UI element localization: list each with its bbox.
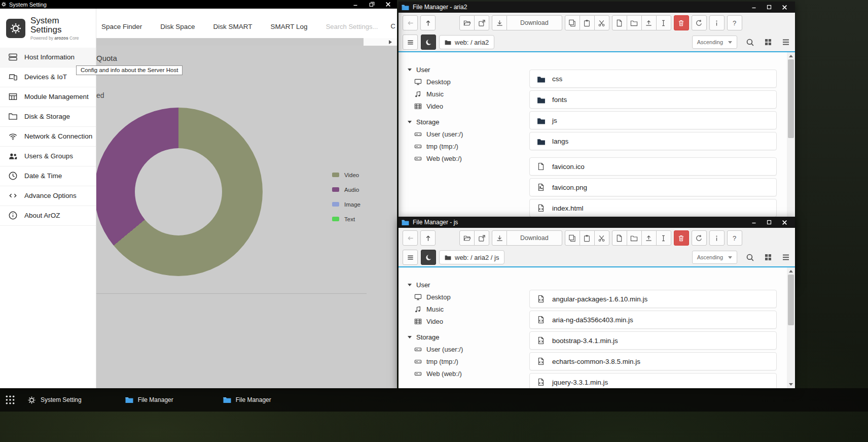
- scroll-up-arrow-icon[interactable]: [789, 270, 793, 273]
- system-setting-titlebar[interactable]: System Setting: [0, 0, 397, 9]
- breadcrumb[interactable]: web: / aria2: [439, 35, 494, 49]
- file-item-code[interactable]: jquery-3.3.1.min.js: [529, 373, 777, 388]
- tab-smart-log[interactable]: SMART Log: [264, 23, 315, 30]
- sort-select[interactable]: Ascending: [692, 251, 737, 264]
- file-item-code[interactable]: echarts-common-3.8.5.min.js: [529, 352, 777, 370]
- copy-icon[interactable]: [565, 15, 580, 30]
- tree-root-user[interactable]: User: [408, 63, 529, 76]
- tree-root-storage[interactable]: Storage: [408, 116, 529, 128]
- open-folder-button[interactable]: [459, 230, 475, 246]
- search-button[interactable]: [745, 37, 755, 48]
- download-icon-button[interactable]: [492, 230, 507, 246]
- darkmode-button[interactable]: [421, 35, 436, 50]
- back-button[interactable]: [403, 230, 418, 246]
- paste-icon[interactable]: [580, 15, 595, 30]
- file-item-file[interactable]: favicon.ico: [529, 157, 777, 176]
- copy-icon[interactable]: [565, 230, 580, 246]
- new-folder-button[interactable]: [627, 15, 642, 30]
- restore-button[interactable]: [364, 0, 380, 9]
- sidebar-item-module-management[interactable]: Module Management: [0, 87, 96, 107]
- help-button[interactable]: ?: [727, 15, 742, 30]
- scroll-right-arrow-icon[interactable]: [389, 40, 392, 44]
- tree-item-web-drive[interactable]: Web (web:/): [408, 367, 529, 380]
- scroll-down-arrow-icon[interactable]: [789, 383, 793, 386]
- taskbar-item-file-manager-1[interactable]: File Manager: [125, 396, 173, 403]
- close-button[interactable]: [777, 2, 792, 13]
- file-item-code[interactable]: index.html: [529, 199, 777, 217]
- minimize-button[interactable]: [746, 217, 762, 228]
- back-button[interactable]: [403, 15, 418, 30]
- help-button[interactable]: ?: [727, 230, 742, 246]
- minimize-button[interactable]: [347, 0, 364, 9]
- tree-item-desktop[interactable]: Desktop: [408, 76, 529, 88]
- scroll-up-arrow-icon[interactable]: [789, 55, 793, 57]
- tab-disk-space[interactable]: Disk Space: [153, 23, 202, 30]
- open-in-new-button[interactable]: [474, 15, 489, 30]
- tree-item-user-drive[interactable]: User (user:/): [408, 128, 529, 140]
- grid-view-button[interactable]: [763, 37, 773, 47]
- tree-item-desktop[interactable]: Desktop: [408, 291, 529, 303]
- delete-button[interactable]: [674, 230, 689, 246]
- up-button[interactable]: [420, 15, 436, 30]
- minimize-button[interactable]: [746, 2, 762, 13]
- cut-icon[interactable]: [594, 230, 609, 246]
- tab-disk-smart[interactable]: Disk SMART: [206, 23, 260, 30]
- darkmode-button[interactable]: [421, 250, 436, 265]
- file-item-image[interactable]: favicon.png: [529, 178, 777, 196]
- tree-item-video[interactable]: Video: [408, 315, 529, 327]
- sort-select[interactable]: Ascending: [692, 36, 737, 49]
- download-icon-button[interactable]: [492, 15, 507, 30]
- file-item-folder[interactable]: css: [529, 70, 777, 88]
- rename-button[interactable]: [656, 15, 671, 30]
- tree-item-music[interactable]: Music: [408, 88, 529, 100]
- sidebar-item-users-groups[interactable]: Users & Groups: [0, 147, 96, 166]
- sidebar-item-disk-storage[interactable]: Disk & Storage: [0, 107, 96, 127]
- app-launcher-button[interactable]: [5, 395, 15, 405]
- file-item-code[interactable]: aria-ng-da5356c403.min.js: [529, 311, 777, 329]
- search-button[interactable]: [745, 252, 755, 263]
- tree-item-tmp-drive[interactable]: tmp (tmp:/): [408, 140, 529, 152]
- up-button[interactable]: [420, 230, 436, 246]
- list-view-button[interactable]: [781, 252, 791, 262]
- vertical-scrollbar-thumb[interactable]: [788, 275, 794, 325]
- settings-search-input[interactable]: [326, 23, 383, 30]
- sidebar-item-about-aroz[interactable]: About ArOZ: [0, 206, 96, 226]
- upload-button[interactable]: [641, 230, 657, 246]
- tree-item-user-drive[interactable]: User (user:/): [408, 343, 529, 355]
- maximize-button[interactable]: [762, 2, 777, 13]
- horizontal-scrollbar[interactable]: [96, 38, 397, 46]
- file-item-folder[interactable]: js: [529, 111, 777, 129]
- upload-button[interactable]: [641, 15, 657, 30]
- vertical-scrollbar[interactable]: [787, 267, 795, 388]
- vertical-scrollbar-thumb[interactable]: [788, 59, 794, 138]
- rename-button[interactable]: [656, 230, 671, 246]
- menu-button[interactable]: [403, 35, 418, 50]
- delete-button[interactable]: [674, 15, 689, 30]
- tab-space-finder[interactable]: Space Finder: [94, 23, 149, 30]
- fm-titlebar[interactable]: File Manager - js: [399, 217, 795, 228]
- tree-item-video[interactable]: Video: [408, 100, 529, 112]
- sidebar-item-network-connection[interactable]: Network & Connection: [0, 127, 96, 147]
- tree-item-tmp-drive[interactable]: tmp (tmp:/): [408, 355, 529, 367]
- new-file-button[interactable]: [612, 15, 627, 30]
- fm-titlebar[interactable]: File Manager - aria2: [399, 2, 795, 13]
- cut-icon[interactable]: [594, 15, 609, 30]
- info-button[interactable]: [709, 230, 725, 246]
- refresh-button[interactable]: [692, 230, 707, 246]
- download-button[interactable]: Download: [507, 230, 562, 246]
- file-item-code[interactable]: bootstrap-3.4.1.min.js: [529, 331, 777, 350]
- list-view-button[interactable]: [781, 37, 791, 47]
- close-button[interactable]: [777, 217, 792, 228]
- sidebar-item-advance-options[interactable]: Advance Options: [0, 186, 96, 206]
- tree-item-music[interactable]: Music: [408, 303, 529, 315]
- open-folder-button[interactable]: [459, 15, 475, 30]
- paste-icon[interactable]: [580, 230, 595, 246]
- info-button[interactable]: [709, 15, 725, 30]
- menu-button[interactable]: [403, 250, 418, 265]
- taskbar-item-system-setting[interactable]: System Setting: [27, 396, 82, 404]
- file-item-code[interactable]: angular-packages-1.6.10.min.js: [529, 290, 777, 308]
- taskbar-item-file-manager-2[interactable]: File Manager: [223, 396, 271, 403]
- open-in-new-button[interactable]: [474, 230, 489, 246]
- sidebar-item-date-time[interactable]: Date & Time: [0, 166, 96, 186]
- grid-view-button[interactable]: [763, 252, 773, 262]
